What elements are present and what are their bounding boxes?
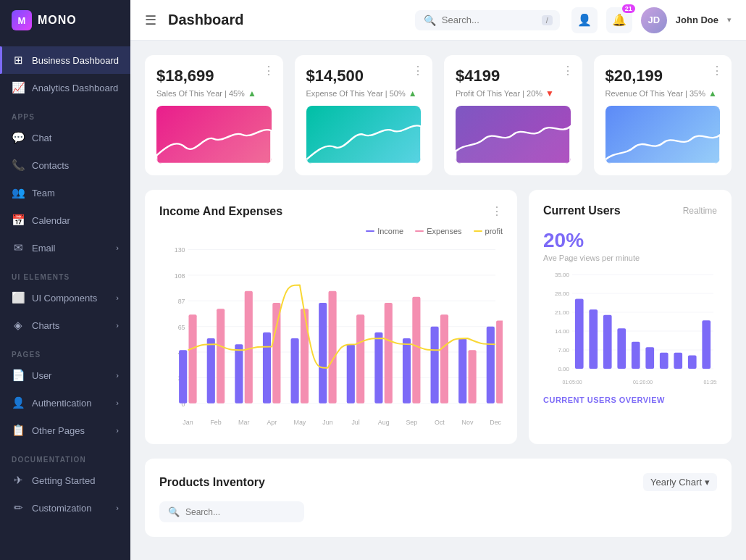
search-input[interactable] (442, 14, 536, 25)
sidebar-item-analytics-dashboard[interactable]: 📈 Analytics Dashboard (0, 74, 130, 101)
sidebar-item-ui-components[interactable]: ⬜ UI Components › (0, 284, 130, 312)
user-icon: 📄 (12, 369, 25, 382)
sidebar-item-calendar[interactable]: 📅 Calendar (0, 206, 130, 234)
chart-icon: 📈 (12, 81, 25, 94)
sidebar-item-customization[interactable]: ✏ Customization › (0, 494, 130, 522)
svg-rect-42 (403, 338, 411, 404)
sidebar-item-chat[interactable]: 💬 Chat (0, 124, 130, 151)
svg-text:Apr: Apr (267, 419, 277, 426)
stat-label: Revenue Of This Year | 35% ▲ (605, 88, 721, 99)
search-bar[interactable]: 🔍 / (415, 10, 560, 30)
income-chart-menu-icon[interactable]: ⋮ (491, 204, 503, 218)
auth-icon: 👤 (12, 396, 25, 409)
stat-menu-icon[interactable]: ⋮ (562, 64, 574, 78)
avatar: JD (641, 7, 667, 33)
sidebar-item-contacts[interactable]: 📞 Contacts (0, 151, 130, 179)
stat-chart-0 (156, 106, 272, 164)
sidebar-label-calendar: Calendar (32, 215, 70, 226)
svg-text:21.00: 21.00 (555, 309, 570, 316)
svg-text:7.00: 7.00 (558, 347, 569, 354)
menu-icon[interactable]: ☰ (145, 12, 156, 28)
charts-arrow-icon: › (116, 321, 119, 330)
trend-up-icon: ▲ (248, 88, 256, 99)
sidebar-label-user: User (32, 370, 51, 381)
svg-text:Nov: Nov (462, 419, 474, 426)
svg-rect-27 (188, 314, 196, 403)
svg-text:01:20:00: 01:20:00 (633, 380, 653, 385)
sidebar-item-team[interactable]: 👥 Team (0, 179, 130, 206)
getting-started-icon: ✈ (12, 474, 25, 487)
svg-text:Aug: Aug (378, 419, 390, 426)
stat-amount: $20,199 (605, 67, 721, 85)
products-search-input[interactable] (185, 507, 294, 517)
sidebar-item-user[interactable]: 📄 User › (0, 362, 130, 389)
sidebar-logo: M MONO (0, 0, 130, 41)
section-apps: APPS (0, 101, 130, 124)
search-shortcut: / (542, 15, 553, 25)
current-users-card: Current Users Realtime 20% Ave Page view… (529, 190, 732, 444)
yearly-chart-label: Yearly Chart (650, 477, 702, 488)
realtime-label: Realtime (683, 206, 717, 216)
chat-icon: 💬 (12, 131, 25, 144)
svg-rect-72 (674, 353, 682, 369)
products-card: Products Inventory Yearly Chart ▾ 🔍 (145, 459, 732, 537)
sidebar-item-getting-started[interactable]: ✈ Getting Started (0, 467, 130, 494)
sidebar-item-authentication[interactable]: 👤 Authentication › (0, 389, 130, 417)
income-expenses-card: Income And Expenses ⋮ Income Expenses pr… (145, 190, 517, 444)
svg-rect-73 (688, 355, 697, 369)
bell-icon: 🔔 (612, 13, 626, 27)
section-documentation: DOCUMENTATION (0, 444, 130, 467)
stat-label: Profit Of This Year | 20% ▼ (456, 88, 571, 99)
grid-icon: ⊞ (12, 54, 25, 67)
stat-amount: $14,500 (306, 67, 422, 85)
svg-rect-26 (179, 350, 187, 403)
sidebar-label-ui-components: UI Components (32, 293, 97, 304)
sidebar-label-customization: Customization (32, 503, 91, 514)
sidebar-item-business-dashboard[interactable]: ⊞ Business Dashboard (0, 46, 130, 74)
legend-profit-label: profit (485, 227, 503, 235)
svg-rect-32 (263, 333, 271, 404)
sidebar-label-authentication: Authentication (32, 398, 91, 409)
yearly-chart-chevron-icon: ▾ (705, 477, 710, 488)
svg-rect-46 (458, 338, 466, 404)
notification-button[interactable]: 🔔 21 (606, 7, 632, 33)
trend-down-icon: ▼ (545, 88, 554, 99)
svg-rect-49 (496, 320, 503, 403)
svg-text:Sep: Sep (406, 419, 417, 426)
user-dropdown-arrow[interactable]: ▾ (727, 15, 732, 25)
income-chart-svg: 130108876543220JanFebMarAprMayJunJulAugS… (159, 241, 503, 430)
svg-rect-36 (319, 303, 327, 404)
legend-income-label: Income (377, 227, 403, 235)
sidebar-navigation: ⊞ Business Dashboard 📈 Analytics Dashboa… (0, 41, 130, 560)
users-subtitle: Ave Page views per minute (543, 254, 717, 262)
trend-up-icon: ▲ (408, 88, 417, 99)
svg-text:0.00: 0.00 (558, 366, 569, 372)
logo-icon: M (12, 10, 32, 30)
account-button[interactable]: 👤 (571, 7, 598, 33)
svg-rect-34 (291, 338, 299, 404)
notification-badge: 21 (622, 4, 635, 13)
svg-rect-38 (347, 344, 355, 404)
users-card-title: Current Users (543, 204, 621, 217)
user-arrow-icon: › (116, 371, 119, 380)
current-users-overview-link[interactable]: CURRENT USERS OVERVIEW (543, 396, 717, 404)
stat-menu-icon[interactable]: ⋮ (263, 64, 274, 78)
logo-text: MONO (38, 14, 77, 27)
other-pages-arrow-icon: › (116, 426, 119, 435)
sidebar-item-other-pages[interactable]: 📋 Other Pages › (0, 417, 130, 444)
stat-card-3: $20,199 ⋮ Revenue Of This Year | 35% ▲ (594, 55, 732, 175)
products-search-bar[interactable]: 🔍 (159, 501, 304, 522)
svg-rect-37 (328, 291, 336, 404)
stat-menu-icon[interactable]: ⋮ (412, 64, 424, 78)
yearly-chart-button[interactable]: Yearly Chart ▾ (643, 473, 717, 491)
svg-text:01:05:00: 01:05:00 (562, 380, 582, 385)
stat-label: Sales Of This Year | 45% ▲ (156, 88, 272, 99)
svg-rect-47 (469, 350, 477, 403)
stat-menu-icon[interactable]: ⋮ (711, 64, 723, 78)
products-search-icon: 🔍 (168, 506, 180, 517)
stat-label: Expense Of This Year | 50% ▲ (306, 88, 422, 99)
ui-components-arrow-icon: › (116, 293, 119, 302)
sidebar-item-charts[interactable]: ◈ Charts › (0, 312, 130, 339)
stat-card-0: $18,699 ⋮ Sales Of This Year | 45% ▲ (145, 55, 283, 175)
sidebar-item-email[interactable]: ✉ Email › (0, 234, 130, 262)
